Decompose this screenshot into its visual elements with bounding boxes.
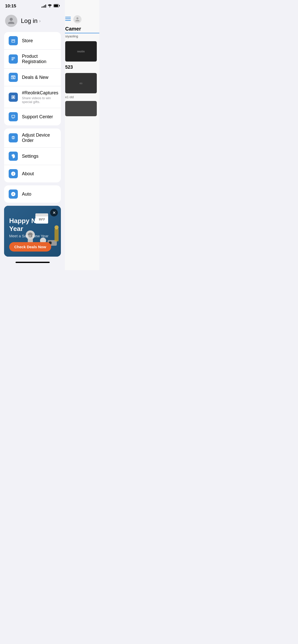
right-panel-header	[63, 0, 99, 26]
banner-content: Happy New Year Meet a Safer New Year Che…	[4, 206, 61, 257]
right-panel-user: siyaoling	[63, 33, 99, 39]
about-icon: i	[9, 169, 18, 178]
banner-cta-button[interactable]: Check Deals Now	[9, 242, 51, 252]
menu-card-2: Adjust Device Order Settings i	[4, 128, 61, 182]
deals-label: Deals & New	[22, 75, 56, 80]
adjust-device-order-icon	[9, 133, 18, 142]
menu-item-about[interactable]: i About	[4, 165, 61, 182]
status-time: 10:15	[5, 4, 16, 9]
banner-title: Happy New Year	[9, 217, 56, 233]
status-icons	[42, 4, 60, 8]
svg-rect-0	[65, 17, 71, 18]
menu-item-reolink-captures[interactable]: #ReolinkCaptures Share videos to win spe…	[4, 86, 61, 108]
auto-label: Auto	[22, 192, 56, 197]
login-chevron-icon: ›	[39, 18, 40, 24]
menu-card-1: Store Product Registration	[4, 32, 61, 125]
support-label: Support Center	[22, 114, 56, 120]
signal-bars-icon	[42, 5, 46, 8]
login-label: Log in	[21, 17, 37, 24]
avatar	[5, 15, 17, 27]
adjust-device-order-label: Adjust Device Order	[22, 133, 56, 143]
screen: Camer siyaoling reolin 523 eo e1 otd 10:…	[0, 0, 99, 270]
banner: 2023 ✕ Happy New Year	[4, 206, 61, 257]
avatar-icon	[7, 17, 15, 25]
right-panel-label: e1 otd	[63, 95, 99, 99]
right-panel: Camer siyaoling reolin 523 eo e1 otd	[62, 0, 99, 270]
menu-item-auto[interactable]: A Auto	[4, 185, 61, 203]
svg-text:i: i	[13, 172, 13, 175]
menu-item-product-registration[interactable]: Product Registration	[4, 50, 61, 69]
main-panel: 10:15	[0, 0, 65, 270]
signal-bar-3	[44, 5, 45, 8]
settings-label: Settings	[22, 154, 56, 159]
store-icon	[9, 36, 18, 45]
reolink-captures-label: #ReolinkCaptures	[22, 90, 58, 96]
product-registration-icon	[9, 54, 18, 64]
home-indicator	[16, 262, 50, 263]
reolink-label-1: reolin	[77, 50, 85, 53]
menu-item-adjust-device-order[interactable]: Adjust Device Order	[4, 128, 61, 148]
right-panel-thumb-1: reolin	[65, 41, 97, 62]
signal-bar-2	[43, 6, 44, 8]
settings-icon	[9, 152, 18, 161]
login-section[interactable]: Log in ›	[0, 11, 65, 32]
wifi-icon	[48, 4, 52, 8]
menu-item-settings[interactable]: Settings	[4, 148, 61, 165]
reolink-captures-subtitle: Share videos to win special gifts.	[22, 96, 58, 104]
svg-rect-5	[54, 5, 58, 7]
signal-bar-4	[45, 5, 46, 8]
reolink-label-2: eo	[79, 82, 82, 85]
menu-card-3: A Auto	[4, 185, 61, 203]
product-registration-label: Product Registration	[22, 54, 56, 64]
reolink-captures-icon	[9, 93, 18, 102]
right-panel-avatar	[73, 15, 82, 23]
svg-rect-2	[65, 20, 71, 21]
about-label: About	[22, 171, 56, 177]
battery-icon	[53, 4, 60, 8]
menu-item-deals[interactable]: Deals & New	[4, 69, 61, 86]
svg-rect-1	[65, 19, 71, 19]
status-bar: 10:15	[0, 0, 65, 11]
menu-item-support[interactable]: Support Center	[4, 108, 61, 125]
store-label: Store	[22, 38, 56, 43]
hamburger-icon	[65, 17, 71, 22]
support-icon	[9, 112, 18, 121]
right-panel-count: 523	[63, 64, 99, 71]
banner-subtitle: Meet a Safer New Year	[9, 234, 56, 238]
right-panel-thumb-3	[65, 101, 97, 116]
svg-point-3	[49, 7, 50, 7]
svg-text:A: A	[12, 193, 14, 195]
right-panel-thumb-2: eo	[65, 73, 97, 93]
auto-icon: A	[9, 189, 18, 199]
right-panel-title: Camer	[63, 26, 99, 33]
svg-rect-6	[59, 5, 60, 6]
menu-item-store[interactable]: Store	[4, 32, 61, 50]
deals-icon	[9, 73, 18, 82]
signal-bar-1	[42, 7, 42, 8]
